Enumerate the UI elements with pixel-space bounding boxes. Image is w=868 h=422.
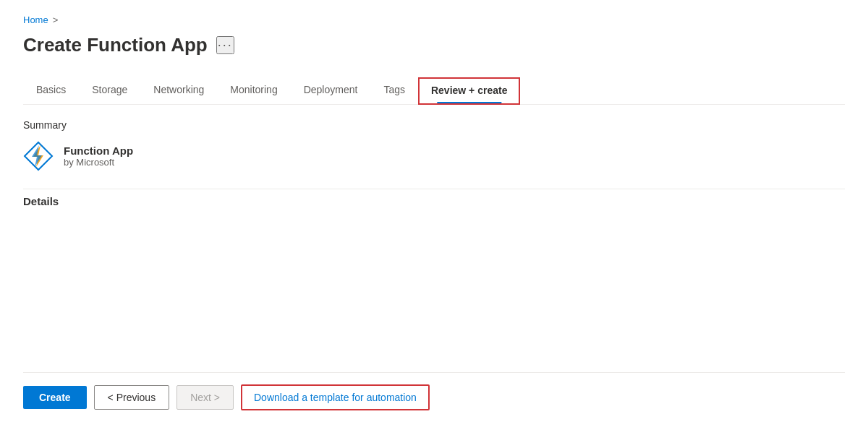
- tab-tags[interactable]: Tags: [370, 77, 418, 104]
- tab-networking[interactable]: Networking: [140, 77, 217, 104]
- tab-deployment[interactable]: Deployment: [291, 77, 371, 104]
- tab-basics[interactable]: Basics: [23, 77, 79, 104]
- tabs-container: Basics Storage Networking Monitoring Dep…: [23, 77, 845, 105]
- function-app-row: Function App by Microsoft: [23, 141, 845, 171]
- tab-monitoring[interactable]: Monitoring: [217, 77, 290, 104]
- content-area: Summary Function App by Microsoft Detail…: [23, 105, 845, 372]
- download-template-link[interactable]: Download a template for automation: [241, 384, 430, 410]
- page-title-row: Create Function App ···: [23, 34, 845, 56]
- function-app-info: Function App by Microsoft: [64, 145, 133, 168]
- next-button: Next >: [176, 385, 234, 410]
- summary-label: Summary: [23, 119, 845, 131]
- function-app-icon: [23, 141, 54, 171]
- create-button[interactable]: Create: [23, 386, 87, 409]
- breadcrumb-home-link[interactable]: Home: [23, 14, 48, 25]
- breadcrumb: Home >: [23, 14, 845, 25]
- ellipsis-button[interactable]: ···: [216, 36, 234, 54]
- bottom-bar: Create < Previous Next > Download a temp…: [23, 372, 845, 422]
- function-app-by: by Microsoft: [64, 157, 133, 168]
- previous-button[interactable]: < Previous: [94, 385, 170, 410]
- page-title: Create Function App: [23, 34, 208, 56]
- page-container: Home > Create Function App ··· Basics St…: [0, 0, 868, 422]
- tab-review-create[interactable]: Review + create: [418, 77, 520, 105]
- function-app-name: Function App: [64, 145, 133, 157]
- breadcrumb-separator: >: [53, 14, 59, 25]
- tab-storage[interactable]: Storage: [79, 77, 140, 104]
- details-heading: Details: [23, 189, 845, 213]
